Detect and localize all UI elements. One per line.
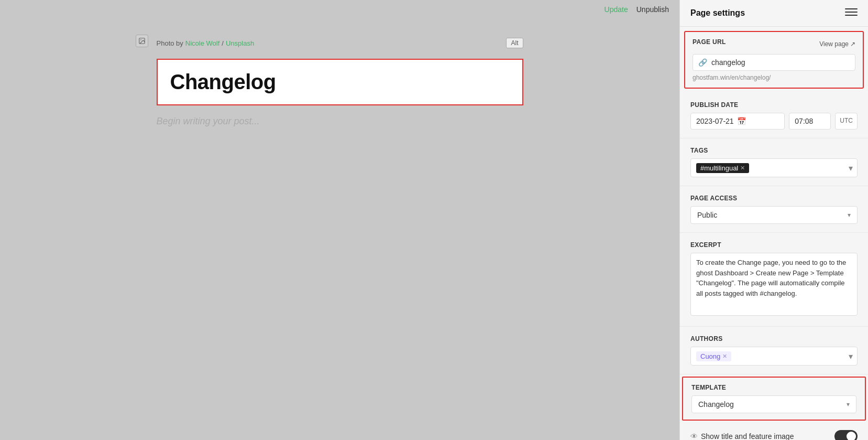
show-title-row: 👁 Show title and feature image <box>680 423 868 440</box>
excerpt-textarea[interactable]: To create the Change page, you need to g… <box>690 253 858 316</box>
date-input[interactable]: 2023-07-21 📅 <box>690 113 785 130</box>
post-placeholder[interactable]: Begin writing your post... <box>157 112 523 131</box>
template-label: Template <box>691 384 856 391</box>
authors-section: Authors Cuong ✕ ▾ <box>680 327 868 374</box>
image-icon <box>138 37 146 45</box>
author-chip-cuong: Cuong ✕ <box>696 351 731 361</box>
settings-panel: Page settings Page URL View page ↗ 🔗 gho… <box>679 0 868 440</box>
excerpt-label: Excerpt <box>690 241 858 249</box>
settings-header: Page settings <box>680 0 868 27</box>
settings-body: Page URL View page ↗ 🔗 ghostfam.win/en/c… <box>680 27 868 440</box>
show-title-text: Show title and feature image <box>701 432 794 440</box>
eye-icon: 👁 <box>690 432 698 440</box>
publish-date-section: Publish date 2023-07-21 📅 07:08 UTC <box>680 93 868 138</box>
template-value: Changelog <box>698 400 734 409</box>
template-section: Template Changelog ▾ <box>682 377 866 421</box>
toggle-line-3 <box>845 15 858 16</box>
tag-remove-button[interactable]: ✕ <box>740 165 745 171</box>
tags-dropdown-arrow: ▾ <box>849 163 853 173</box>
full-url-display: ghostfam.win/en/changelog/ <box>693 74 855 81</box>
url-input-row: 🔗 <box>693 54 855 71</box>
publish-date-label: Publish date <box>690 101 858 109</box>
photo-credit-separator: / <box>222 39 224 47</box>
template-arrow: ▾ <box>847 401 850 408</box>
authors-input-area[interactable]: Cuong ✕ ▾ <box>690 347 858 366</box>
tags-label: Tags <box>690 147 858 154</box>
alt-text-button[interactable]: Alt <box>506 38 523 48</box>
tag-multilingual: #multilingual ✕ <box>696 163 749 173</box>
editor-content: AD D Photo by Nicole Wolf / Unsplash Alt… <box>0 19 679 440</box>
page-access-label: Page access <box>690 195 858 202</box>
view-page-link[interactable]: View page ↗ <box>819 40 855 48</box>
photographer-link[interactable]: Nicole Wolf <box>185 39 220 47</box>
add-image-button[interactable] <box>136 35 148 47</box>
excerpt-section: Excerpt To create the Change page, you n… <box>680 233 868 327</box>
post-placeholder-text: Begin writing your post... <box>157 116 260 126</box>
title-box[interactable]: Changelog <box>157 59 523 105</box>
settings-toggle-button[interactable] <box>845 8 858 18</box>
tags-input-area[interactable]: #multilingual ✕ ▾ <box>690 158 858 177</box>
timezone-value: UTC <box>840 117 853 124</box>
calendar-icon: 📅 <box>737 117 746 125</box>
photo-source-link[interactable]: Unsplash <box>226 39 254 47</box>
author-name: Cuong <box>700 352 720 360</box>
photo-credit: Photo by Nicole Wolf / Unsplash Alt <box>157 38 523 48</box>
toggle-line-1 <box>845 8 858 9</box>
page-access-select[interactable]: Public ▾ <box>690 206 858 224</box>
author-remove-button[interactable]: ✕ <box>722 353 727 360</box>
date-value: 2023-07-21 <box>696 117 734 125</box>
page-access-arrow: ▾ <box>848 211 851 219</box>
external-link-icon: ↗ <box>850 40 855 48</box>
template-select[interactable]: Changelog ▾ <box>691 395 856 413</box>
link-icon: 🔗 <box>698 58 707 67</box>
publish-date-row: 2023-07-21 📅 07:08 UTC <box>690 113 858 130</box>
svg-point-1 <box>140 39 141 40</box>
time-input[interactable]: 07:08 <box>789 113 831 130</box>
view-page-text: View page <box>819 40 849 48</box>
photo-credit-prefix: Photo by <box>157 39 183 47</box>
page-url-header: Page URL View page ↗ <box>693 38 855 50</box>
timezone-badge[interactable]: UTC <box>835 113 858 130</box>
page-access-value: Public <box>697 211 717 219</box>
page-url-section: Page URL View page ↗ 🔗 ghostfam.win/en/c… <box>684 31 864 89</box>
tags-section: Tags #multilingual ✕ ▾ <box>680 138 868 186</box>
editor-toolbar: Update Unpublish <box>0 0 679 19</box>
editor-area: Update Unpublish AD D Photo by <box>0 0 679 440</box>
toggle-line-2 <box>845 12 858 13</box>
unpublish-button[interactable]: Unpublish <box>636 5 669 14</box>
update-button[interactable]: Update <box>605 5 628 14</box>
time-value: 07:08 <box>795 117 813 125</box>
tag-name: #multilingual <box>700 164 738 172</box>
page-title: Changelog <box>170 70 510 94</box>
page-url-label: Page URL <box>693 38 726 46</box>
page-access-section: Page access Public ▾ <box>680 186 868 233</box>
show-title-toggle[interactable] <box>834 430 858 440</box>
url-input[interactable] <box>711 58 850 67</box>
settings-panel-title: Page settings <box>690 8 745 18</box>
show-title-label: 👁 Show title and feature image <box>690 432 794 440</box>
authors-label: Authors <box>690 335 858 342</box>
authors-dropdown-arrow: ▾ <box>849 351 853 361</box>
